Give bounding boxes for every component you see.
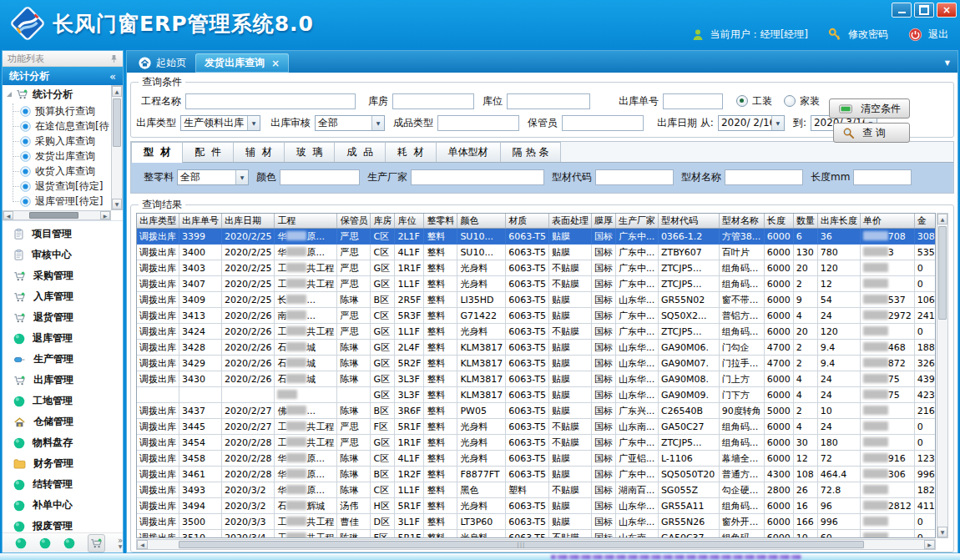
sidebar-module-退货管理[interactable]: 退货管理 — [3, 307, 123, 328]
sidebar-module-工地管理[interactable]: 工地管理 — [3, 391, 123, 411]
tree-item[interactable]: 发货出库查询 — [3, 149, 111, 164]
table-row[interactable]: 调拨出库35002020/3/3工共工程曹佳D区3L1F整料LT3P606063… — [137, 514, 936, 530]
tree-item[interactable]: 预算执行查询 — [3, 103, 111, 119]
sidebar-module-项目管理[interactable]: 项目管理 — [3, 224, 123, 245]
sidebar-module-报废管理[interactable]: 报废管理 — [3, 516, 123, 532]
sidebar-module-审核中心[interactable]: 审核中心 — [3, 245, 123, 265]
tree-item[interactable]: 收货入库查询 — [3, 164, 111, 179]
subfilter-input-型材代码[interactable] — [595, 169, 674, 185]
sidebar-module-仓储管理[interactable]: 仓储管理 — [3, 411, 123, 432]
sidebar-module-出库管理[interactable]: 出库管理 — [3, 370, 123, 391]
maximize-button[interactable] — [914, 3, 934, 18]
tree-item[interactable]: 在途信息查询[待 — [3, 119, 111, 134]
order-no-input[interactable] — [663, 93, 723, 109]
sidebar-module-采购管理[interactable]: 采购管理 — [3, 265, 123, 286]
tree-horizontal-scrollbar[interactable]: ◀ ▶ — [3, 210, 111, 220]
tree-item[interactable]: 退库管理[待定] — [3, 194, 111, 209]
column-header-出库长度[interactable]: 出库长度 — [817, 214, 860, 229]
subfilter-input-生产厂家[interactable] — [411, 169, 544, 185]
tree-item[interactable]: 采购入库查询 — [3, 134, 111, 149]
table-row[interactable]: 调拨出库34282020/2/26石城陈琳G区2L4F整料KLM38176063… — [137, 340, 936, 356]
column-header-长度[interactable]: 长度 — [764, 214, 793, 229]
tree-item[interactable]: 退货查询[待定] — [3, 179, 111, 194]
tab-close-icon[interactable]: × — [271, 58, 280, 69]
tab-起始页[interactable]: 起始页 — [129, 53, 195, 73]
column-header-型材名称[interactable]: 型材名称 — [719, 214, 764, 229]
sidebar-module-物料盘存[interactable]: 物料盘存 — [3, 432, 123, 453]
sidebar-module-结转管理[interactable]: 结转管理 — [3, 474, 123, 495]
minimize-button[interactable] — [892, 3, 912, 18]
tab-发货出库查询[interactable]: 发货出库查询× — [195, 53, 289, 73]
column-header-单价[interactable]: 单价 — [860, 214, 914, 229]
table-row[interactable]: 调拨出库34942020/3/2石辉城汤伟H区5R1F整料光身料6063-T5贴… — [137, 498, 936, 514]
out-type-select[interactable]: 生产领料出库▼ — [180, 115, 260, 131]
pin-icon[interactable] — [110, 54, 118, 63]
grid-horizontal-scrollbar[interactable]: ◀ ||| ▶ — [136, 539, 936, 550]
collapse-icon[interactable]: « — [109, 70, 116, 83]
table-row[interactable]: 调拨出库34242020/2/26工共工程严思G区1L1F整料光身料6063-T… — [137, 324, 936, 340]
table-row[interactable]: 调拨出库33992020/2/25华原...严思C区2L1F整料SU10...6… — [137, 229, 936, 245]
column-header-材质[interactable]: 材质 — [506, 214, 549, 229]
column-header-保管员[interactable]: 保管员 — [337, 214, 371, 229]
column-header-膜厚[interactable]: 膜厚 — [591, 214, 615, 229]
material-tab-型材[interactable]: 型 材 — [131, 142, 183, 163]
radio-家装[interactable]: 家装 — [784, 94, 820, 108]
audit-select[interactable]: 全部▼ — [315, 115, 385, 131]
column-header-出库单号[interactable]: 出库单号 — [179, 214, 222, 229]
change-password-link[interactable]: 修改密码 — [848, 28, 888, 42]
table-row[interactable]: 调拨出库34002020/2/25华原...严思C区4L1F整料SU10...6… — [137, 245, 936, 260]
sidebar-module-入库管理[interactable]: 入库管理 — [3, 286, 123, 307]
table-row[interactable]: 调拨出库34132020/2/26南...严思C区5R3F整料G71422606… — [137, 308, 936, 324]
material-tab-玻璃[interactable]: 玻 璃 — [285, 142, 336, 162]
sidebar-module-财务管理[interactable]: 财务管理 — [3, 453, 123, 474]
radio-工装[interactable]: 工装 — [736, 94, 772, 108]
sidebar-group-header[interactable]: 统计分析 « — [3, 67, 123, 85]
column-header-出库日期[interactable]: 出库日期 — [222, 214, 275, 229]
clear-conditions-button[interactable]: 清空条件 — [829, 98, 910, 119]
table-row[interactable]: 调拨出库35102020/3/4工共工程陈琳F区5R1F整料光身料6063-T5… — [137, 530, 936, 539]
date-from-select[interactable]: 2020/ 2/16▼ — [718, 115, 785, 131]
material-tab-耗材[interactable]: 耗 材 — [386, 142, 437, 162]
column-header-库房[interactable]: 库房 — [371, 214, 395, 229]
table-row[interactable]: 调拨出库34292020/2/26石城陈琳G区5R2F整料KLM38176063… — [137, 356, 936, 371]
tab-list-arrow-icon[interactable]: ▼ — [945, 59, 950, 67]
subfilter-input-长度mm[interactable] — [853, 169, 912, 185]
column-header-金[interactable]: 金 — [914, 214, 936, 229]
material-tab-配件[interactable]: 配 件 — [183, 142, 234, 162]
subfilter-input-型材名称[interactable] — [725, 169, 803, 185]
table-row[interactable]: 调拨出库34452020/2/27工共工程严思F区5R1F整料光身料6063-T… — [137, 419, 936, 435]
subfilter-select-整零料[interactable]: 全部▼ — [177, 169, 249, 185]
material-tab-隔热条[interactable]: 隔 热 条 — [501, 142, 562, 162]
project-name-input[interactable] — [185, 93, 356, 109]
location-input[interactable] — [507, 93, 590, 109]
column-header-表面处理[interactable]: 表面处理 — [548, 214, 591, 229]
table-row[interactable]: 调拨出库34932020/3/2华原...陈琳C区1L1F整料黑色塑料不贴膜国标… — [137, 482, 936, 498]
table-row[interactable]: G区3L3F整料KLM38176063-T5贴膜国标山东华...GA90M09.… — [137, 387, 936, 403]
column-header-型材代码[interactable]: 型材代码 — [658, 214, 719, 229]
tree-vertical-scrollbar[interactable]: ▲ ▼ — [111, 85, 123, 210]
product-type-input[interactable] — [437, 115, 519, 131]
column-header-库位[interactable]: 库位 — [395, 214, 424, 229]
subfilter-input-颜色[interactable] — [280, 169, 360, 185]
column-header-整零料[interactable]: 整零料 — [424, 214, 457, 229]
keeper-input[interactable] — [562, 115, 644, 131]
column-header-颜色[interactable]: 颜色 — [457, 214, 506, 229]
tree-expander-icon[interactable] — [7, 92, 12, 97]
sidebar-module-补单中心[interactable]: 补单中心 — [3, 495, 123, 516]
column-header-生产厂家[interactable]: 生产厂家 — [615, 214, 658, 229]
column-header-数量[interactable]: 数量 — [793, 214, 817, 229]
grid-vertical-scrollbar[interactable]: ▲ ▼ — [937, 213, 948, 538]
table-row[interactable]: 调拨出库34612020/2/28华原...陈琳B区1R2F整料F8877FT6… — [137, 467, 936, 482]
sidebar-module-退库管理[interactable]: 退库管理 — [3, 328, 123, 349]
table-row[interactable]: 调拨出库34302020/2/26石城陈琳G区3L3F整料KLM38176063… — [137, 371, 936, 387]
material-tab-成品[interactable]: 成 品 — [335, 142, 386, 162]
logout-link[interactable]: 退出 — [928, 28, 948, 42]
column-header-出库类型[interactable]: 出库类型 — [137, 214, 179, 229]
table-row[interactable]: 调拨出库34032020/2/25工共工程严思G区1R1F整料光身料6063-T… — [137, 260, 936, 276]
table-row[interactable]: 调拨出库34372020/2/27佛...陈琳B区3R6F整料PW056063-… — [137, 403, 936, 419]
column-header-工程[interactable]: 工程 — [275, 214, 337, 229]
search-button[interactable]: 查 询 — [833, 123, 910, 143]
tree-root[interactable]: 统计分析 — [3, 85, 111, 103]
table-row[interactable]: 调拨出库34092020/2/25长...陈琳B区2R5F整料LI35HD606… — [137, 292, 936, 308]
sidebar-module-生产管理[interactable]: 生产管理 — [3, 349, 123, 370]
